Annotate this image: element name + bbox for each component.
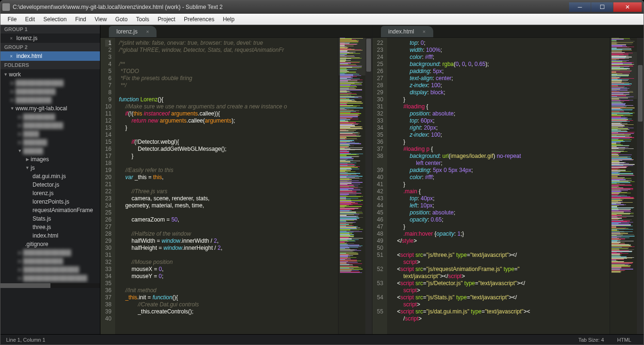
left-pane: lorenz.js× 12345678910111213141516171819… (100, 25, 372, 334)
right-code-area[interactable]: 2223242526272829303132333435363738394041… (372, 38, 644, 334)
folder-item[interactable]: ▶████████████ (0, 248, 100, 257)
chevron-right-icon: ▶ (25, 157, 30, 162)
file-item[interactable]: index.html (0, 231, 100, 240)
file-item[interactable]: dat.gui.min.js (0, 172, 100, 181)
folder-lorenz[interactable]: ▼█████ (0, 147, 100, 155)
menubar: FileEditSelectionFindViewGotoToolsProjec… (0, 14, 644, 25)
statusbar: Line 1, Column 1 Tab Size: 4 HTML (0, 334, 644, 345)
close-icon[interactable]: × (146, 29, 149, 34)
menu-preferences[interactable]: Preferences (180, 15, 219, 24)
left-code[interactable]: /*jslint white: false, onevar: true, bro… (115, 38, 338, 334)
folder-item[interactable]: ▶████ (0, 130, 100, 138)
cursor-position: Line 1, Column 1 (6, 337, 45, 343)
close-icon[interactable]: × (10, 54, 13, 59)
folder-item[interactable]: ▶██████ (0, 138, 100, 147)
menu-view[interactable]: View (91, 15, 111, 24)
folder-js[interactable]: ▼js (0, 164, 100, 172)
menu-edit[interactable]: Edit (21, 15, 39, 24)
file-gitignore[interactable]: .gitignore (0, 240, 100, 248)
app-icon (2, 3, 10, 11)
menu-project[interactable]: Project (154, 15, 180, 24)
right-tabbar: index.html× (372, 25, 644, 38)
close-icon[interactable]: × (422, 29, 425, 34)
left-tabbar: lorenz.js× (100, 25, 372, 38)
folder-item[interactable]: ▶████████ (0, 113, 100, 121)
folder-root[interactable]: ▼work (0, 70, 100, 79)
group2-header: GROUP 2 (0, 43, 100, 51)
sidebar-h-scrollbar[interactable] (0, 283, 100, 288)
folder-gitlab[interactable]: ▼www.my-git-lab.local (0, 104, 100, 113)
window-title: C:\development\work\www.my-git-lab.local… (13, 4, 569, 10)
tab-size[interactable]: Tab Size: 4 (572, 337, 611, 343)
window-buttons: ─ ☐ ✕ (569, 2, 642, 12)
sidebar: GROUP 1 ×lorenz.js GROUP 2 ×index.html F… (0, 25, 100, 334)
folder-item[interactable]: ▶██████████ (0, 257, 100, 265)
group1-file[interactable]: ×lorenz.js (0, 33, 100, 43)
right-code[interactable]: top: 0; width: 100%; color: #fff; backgr… (387, 38, 610, 334)
file-item[interactable]: lorenz.js (0, 189, 100, 197)
left-scrollbar[interactable] (365, 38, 372, 334)
maximize-button[interactable]: ☐ (591, 2, 613, 12)
folder-item[interactable]: ▶██████████ (0, 121, 100, 130)
folders-header: FOLDERS (0, 61, 100, 69)
left-code-area[interactable]: 1234567891011121314151617181920212223242… (100, 38, 372, 334)
menu-goto[interactable]: Goto (111, 15, 132, 24)
file-item[interactable]: requestAnimationFrame (0, 206, 100, 214)
group1-header: GROUP 1 (0, 25, 100, 33)
file-item[interactable]: lorenzPoints.js (0, 197, 100, 206)
left-gutter: 1234567891011121314151617181920212223242… (100, 38, 115, 334)
menu-tools[interactable]: Tools (132, 15, 154, 24)
close-button[interactable]: ✕ (613, 2, 642, 12)
titlebar[interactable]: C:\development\work\www.my-git-lab.local… (0, 0, 644, 14)
menu-find[interactable]: Find (71, 15, 90, 24)
group2-file[interactable]: ×index.html (0, 51, 100, 61)
tab-lorenz-js[interactable]: lorenz.js× (109, 26, 157, 37)
menu-selection[interactable]: Selection (39, 15, 71, 24)
left-minimap[interactable] (338, 38, 365, 334)
file-item[interactable]: Stats.js (0, 214, 100, 223)
tab-index-html[interactable]: index.html× (381, 26, 433, 37)
right-pane: index.html× 2223242526272829303132333435… (372, 25, 644, 334)
folder-item[interactable]: ▶██████████ (0, 87, 100, 96)
folder-item[interactable]: ▶████████████████ (0, 274, 100, 282)
right-gutter: 2223242526272829303132333435363738394041… (372, 38, 387, 334)
app-window: C:\development\work\www.my-git-lab.local… (0, 0, 644, 345)
file-item[interactable]: three.js (0, 223, 100, 231)
right-scrollbar[interactable] (637, 38, 644, 334)
chevron-down-icon: ▼ (10, 106, 15, 111)
folder-item[interactable]: ▶████████████ (0, 79, 100, 87)
menu-file[interactable]: File (3, 15, 21, 24)
menu-help[interactable]: Help (219, 15, 239, 24)
close-icon[interactable]: × (10, 36, 13, 41)
file-item[interactable]: Detector.js (0, 181, 100, 189)
minimize-button[interactable]: ─ (569, 2, 591, 12)
chevron-down-icon: ▼ (17, 148, 22, 153)
content-area: GROUP 1 ×lorenz.js GROUP 2 ×index.html F… (0, 25, 644, 334)
folder-images[interactable]: ▶images (0, 155, 100, 164)
folder-item[interactable]: ▶██████████████ (0, 265, 100, 274)
editor-split: lorenz.js× 12345678910111213141516171819… (100, 25, 644, 334)
folder-tree: ▼work ▶████████████ ▶██████████ ▶███████… (0, 69, 100, 283)
syntax-mode[interactable]: HTML (611, 337, 638, 343)
right-minimap[interactable] (610, 38, 637, 334)
folder-item[interactable]: ▶█████████ (0, 96, 100, 104)
chevron-down-icon: ▼ (25, 165, 30, 170)
chevron-down-icon: ▼ (3, 72, 8, 77)
